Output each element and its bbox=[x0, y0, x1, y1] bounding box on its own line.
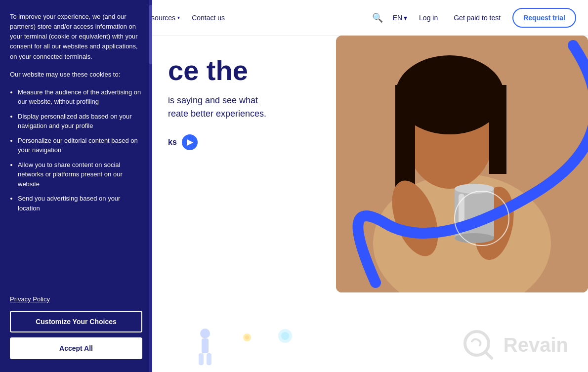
login-button[interactable]: Log in bbox=[415, 12, 442, 24]
svg-rect-16 bbox=[202, 338, 209, 353]
cookie-usage-item-5: Send you advertising based on your locat… bbox=[18, 194, 142, 213]
cookie-text-content: To improve your experience, we (and our … bbox=[10, 12, 142, 295]
cta-arrow-icon: ▶ bbox=[182, 134, 198, 150]
chevron-down-icon: ▾ bbox=[404, 14, 407, 22]
request-trial-button[interactable]: Request trial bbox=[512, 8, 576, 28]
person-svg bbox=[336, 36, 588, 292]
bottom-icons bbox=[193, 328, 294, 367]
hero-photo bbox=[336, 36, 588, 292]
lang-label: EN bbox=[393, 14, 402, 22]
cookie-intro: To improve your experience, we (and our … bbox=[10, 12, 142, 62]
get-paid-button[interactable]: Get paid to test bbox=[450, 12, 504, 24]
cookie-usage-item-2: Display personalized ads based on your n… bbox=[18, 112, 142, 131]
svg-point-9 bbox=[455, 184, 494, 194]
language-selector[interactable]: EN ▾ bbox=[393, 14, 407, 22]
revain-icon bbox=[461, 328, 496, 362]
chevron-down-icon: ▾ bbox=[177, 15, 180, 20]
svg-point-15 bbox=[200, 329, 210, 338]
nav-actions: 🔍 EN ▾ Log in Get paid to test Request t… bbox=[370, 8, 576, 28]
search-button[interactable]: 🔍 bbox=[370, 10, 385, 25]
deco-shape-icon bbox=[277, 328, 294, 345]
svg-rect-4 bbox=[395, 85, 415, 194]
cookie-usage-item-1: Measure the audience of the advertising … bbox=[18, 87, 142, 107]
cookie-usage-item-4: Allow you to share content on social net… bbox=[18, 160, 142, 189]
svg-line-14 bbox=[486, 352, 492, 358]
accept-all-button[interactable]: Accept All bbox=[10, 337, 142, 359]
scrollbar-thumb bbox=[149, 5, 152, 64]
svg-point-10 bbox=[455, 233, 494, 243]
hero-image bbox=[336, 36, 588, 292]
nav-contact-label: Contact us bbox=[192, 14, 225, 22]
cookie-banner: To improve your experience, we (and our … bbox=[0, 0, 152, 372]
hero-sub-text2: reate better experiences. bbox=[168, 109, 266, 119]
customize-choices-button[interactable]: Customize Your Choices bbox=[10, 311, 142, 332]
svg-rect-5 bbox=[489, 85, 506, 174]
nav-contact[interactable]: Contact us bbox=[187, 10, 230, 26]
deco-star-icon bbox=[237, 328, 257, 347]
svg-point-20 bbox=[245, 335, 249, 339]
svg-rect-18 bbox=[207, 353, 211, 365]
svg-rect-11 bbox=[459, 194, 464, 233]
revain-brand-text: Revain bbox=[504, 334, 568, 356]
svg-rect-17 bbox=[199, 353, 204, 365]
privacy-policy-link[interactable]: Privacy Policy bbox=[10, 295, 142, 303]
hero-sub-text: is saying and see what bbox=[168, 95, 258, 105]
bottom-decoration: Revain bbox=[153, 293, 588, 372]
revain-watermark: Revain bbox=[461, 328, 568, 362]
cookie-usage-title: Our website may use these cookies to: bbox=[10, 70, 142, 80]
hero-cta-text: ks bbox=[168, 138, 177, 147]
hero-headline-text: ce the bbox=[168, 55, 248, 86]
svg-point-22 bbox=[281, 332, 289, 340]
cookie-usage-item-3: Personalize our editorial content based … bbox=[18, 136, 142, 155]
deco-figure-icon bbox=[193, 328, 217, 367]
cookie-usage-list: Measure the audience of the advertising … bbox=[10, 87, 142, 213]
cookie-scrollbar[interactable] bbox=[149, 0, 152, 372]
search-icon: 🔍 bbox=[372, 13, 383, 23]
